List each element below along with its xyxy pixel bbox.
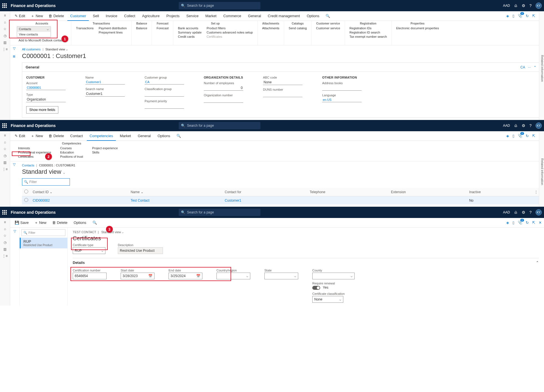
search-actions-icon[interactable]: 🔍 [323,13,332,19]
name-value[interactable]: Customer1 [85,80,125,84]
hamburger-icon[interactable]: ≡ [4,133,6,137]
gear-icon[interactable]: ⚙ [522,3,525,8]
breadcrumb-contact[interactable]: TEST CONTACT [73,230,96,234]
avatar[interactable]: KY [536,3,542,9]
custgroup-value[interactable]: CA [145,80,184,84]
tab-invoice[interactable]: Invoice [103,12,120,20]
row-select[interactable] [24,198,28,202]
tab-agriculture[interactable]: Agriculture [139,12,162,20]
workspace-icon[interactable]: ▥ [3,41,6,44]
calendar-icon[interactable]: 📅 [148,274,152,278]
tab-contact[interactable]: Contact [67,132,86,140]
tab-competencies[interactable]: Competencies [87,132,116,141]
tab-general[interactable]: General [135,132,154,140]
view-contacts-item[interactable]: View contacts [17,32,50,37]
cell-contactfor[interactable]: Customer1 [222,196,308,205]
tab-options[interactable]: Options [155,132,173,140]
sys-popout-icon[interactable]: ⇱ [532,14,535,18]
col-name[interactable]: Name ⌄ [128,188,222,196]
clock-icon[interactable]: ◷ [4,34,6,38]
end-date-input[interactable]: 3/25/2024📅 [169,273,202,279]
start-date-input[interactable]: 3/28/2023📅 [121,273,154,279]
abc-value[interactable]: None [263,80,302,85]
home-icon[interactable]: ⌂ [4,20,6,24]
col-telephone[interactable]: Telephone [308,188,389,196]
country-select[interactable] [216,273,250,279]
grid-filter[interactable]: 🔍Filter [22,178,70,186]
ribbon-edocprops[interactable]: Electronic document properties [396,26,439,30]
help-icon[interactable]: ? [529,123,532,128]
sys-pin-icon[interactable]: 📎0 [518,220,522,225]
ribbon-balance-item[interactable]: Balance [136,26,147,30]
new-button[interactable]: ＋New [32,219,49,226]
account-value[interactable]: C0000001 [26,85,66,90]
ribbon-custserv-item[interactable]: Customer service [316,26,340,30]
star-icon[interactable]: ☆ [3,147,6,151]
tab-options[interactable]: Options [304,12,322,20]
avatar[interactable]: KY [536,122,542,129]
save-button[interactable]: 💾Save [12,219,31,226]
col-contactid[interactable]: Contact ID ⌄ [30,188,128,196]
ribbon-advnotes[interactable]: Customers advanced notes setup [207,30,253,35]
avatar[interactable]: KY [536,209,542,215]
sys-attach-icon[interactable]: ◈ [506,14,509,18]
sys-refresh-icon[interactable]: ↻ [526,134,529,138]
workspace-icon[interactable]: ▥ [3,247,6,251]
delete-button[interactable]: 🗑Delete [46,133,66,139]
related-info-pane[interactable]: Related information [539,131,544,207]
type-value[interactable]: Organization [26,97,66,102]
gear-icon[interactable]: ⚙ [522,123,525,128]
workspace-icon[interactable]: ▥ [3,161,6,164]
add-outlook-contacts[interactable]: Add to Microsoft Outlook contacts [17,38,67,43]
search-actions-icon[interactable]: 🔍 [90,219,99,226]
modules-icon[interactable]: ⋮≡ [2,47,8,51]
sys-popout-icon[interactable]: ⇱ [532,134,535,138]
certnum-input[interactable]: 6546654 [73,273,107,279]
ribbon-positions[interactable]: Positions of trust [60,155,83,159]
ribbon-certificates[interactable]: Certificates [207,35,253,39]
breadcrumb-allcustomers[interactable]: All customers [22,48,41,51]
section-right-link[interactable]: CA [520,65,525,69]
sys-phone-icon[interactable]: ▯ [512,134,514,138]
breadcrumb-contacts[interactable]: Contacts [22,164,34,167]
class-select[interactable]: None [312,296,343,303]
list-item[interactable]: RUP Restricted Use Product [20,238,67,248]
new-button[interactable]: ＋New [28,12,45,20]
star-icon[interactable]: ☆ [3,234,6,238]
star-icon[interactable]: ☆ [3,27,6,31]
col-contactfor[interactable]: Contact for [222,188,308,196]
sys-refresh-icon[interactable]: ↻ [526,14,529,18]
filter-icon[interactable]: ▽ [13,46,16,50]
sys-pin-icon[interactable]: 📎0 [518,14,522,18]
related-info-pane[interactable]: Related information [539,11,544,120]
bell-icon[interactable]: 🕭 [514,210,518,215]
hamburger-icon[interactable]: ≡ [4,220,6,224]
waffle-icon[interactable] [2,123,7,128]
tab-commerce[interactable]: Commerce [220,12,244,20]
list-filter[interactable]: 🔍Filter [21,229,65,236]
paypriority-value[interactable] [145,103,184,109]
search-actions-icon[interactable]: 🔍 [174,133,183,139]
ribbon-trans-item[interactable]: Transactions [76,26,94,30]
delete-button[interactable]: 🗑Delete [46,13,66,19]
list-icon[interactable]: ≣ [13,54,16,58]
ribbon-bankaccounts[interactable]: Bank accounts [178,26,202,30]
tab-options[interactable]: Options [71,218,89,227]
modules-icon[interactable]: ⋮≡ [2,254,8,258]
sys-phone-icon[interactable]: ▯ [512,220,514,225]
view-selector[interactable]: Standard view [45,48,68,51]
tab-market[interactable]: Market [202,12,219,20]
modules-icon[interactable]: ⋮≡ [2,167,8,171]
duns-value[interactable] [263,92,302,97]
delete-button[interactable]: 🗑Delete [50,219,70,226]
state-select[interactable] [264,273,298,279]
numemp-value[interactable]: 0 [204,85,243,91]
edit-button[interactable]: ✎Edit [12,13,27,19]
home-icon[interactable]: ⌂ [4,227,6,231]
section-more[interactable]: ··· [528,65,531,69]
table-row[interactable]: CID000002 Test Contact Customer1 No [22,196,540,205]
orgnum-value[interactable] [204,97,243,103]
ribbon-skills[interactable]: Skills [92,150,118,155]
new-button[interactable]: ＋New [28,132,45,140]
sys-phone-icon[interactable]: ▯ [512,14,514,18]
